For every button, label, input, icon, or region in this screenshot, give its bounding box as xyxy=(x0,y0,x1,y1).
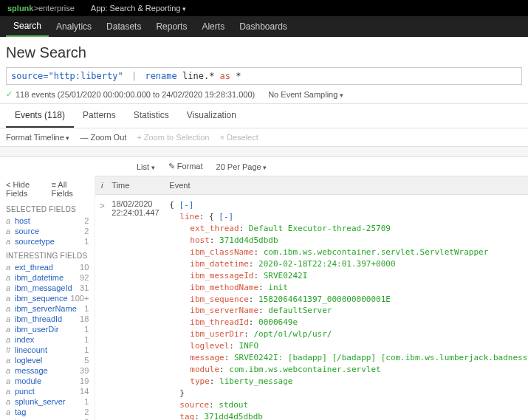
viztab-visualization[interactable]: Visualization xyxy=(178,104,245,128)
tab-analytics[interactable]: Analytics xyxy=(49,16,99,37)
kv-ibm_messageId: ibm_messageId: SRVE0242I xyxy=(169,270,528,282)
list-view-dropdown[interactable]: List xyxy=(137,162,155,171)
zoom-selection-button: + Zoom to Selection xyxy=(137,133,209,142)
tab-alerts[interactable]: Alerts xyxy=(194,16,232,37)
sampling-dropdown[interactable]: No Event Sampling xyxy=(268,90,343,99)
field-ibm_threadId[interactable]: aibm_threadId18 xyxy=(6,314,89,323)
deselect-button: × Deselect xyxy=(219,133,258,142)
field-ibm_serverName[interactable]: aibm_serverName1 xyxy=(6,304,89,313)
kv-ibm_threadId: ibm_threadId: 0000649e xyxy=(169,317,528,328)
field-punct[interactable]: apunct14 xyxy=(6,387,89,396)
kv-ext_thread: ext_thread: Default Executor-thread-2570… xyxy=(169,223,528,235)
list-toolbar: List ✎ Format 20 Per Page xyxy=(0,157,528,176)
col-time[interactable]: Time xyxy=(109,176,166,194)
event-row: > 18/02/2020 22:24:01.447 { [-] line: { … xyxy=(95,195,528,420)
event-body: { [-] line: { [-] ext_thread: Default Ex… xyxy=(166,199,528,420)
field-message[interactable]: amessage39 xyxy=(6,366,89,375)
event-count: 118 events (25/01/2020 00:00:00.000 to 2… xyxy=(16,90,255,99)
viz-tabs: Events (118) Patterns Statistics Visuali… xyxy=(0,104,528,128)
kv-module: module: com.ibm.ws.webcontainer.servlet xyxy=(169,364,528,376)
fields-sidebar: < Hide Fields ≡ All Fields SELECTED FIEL… xyxy=(0,176,95,420)
status-row: ✓ 118 events (25/01/2020 00:00:00.000 to… xyxy=(0,85,528,104)
events-panel: i Time Event > 18/02/2020 22:24:01.447 {… xyxy=(95,176,528,420)
interesting-fields-label: INTERESTING FIELDS xyxy=(6,252,89,260)
field-splunk_server[interactable]: asplunk_server1 xyxy=(6,397,89,406)
field-ibm_messageId[interactable]: aibm_messageId31 xyxy=(6,283,89,292)
per-page-dropdown[interactable]: 20 Per Page xyxy=(216,162,267,171)
collapse-toggle[interactable]: [-] xyxy=(179,200,194,210)
kv-message: message: SRVE0242I: [badapp] [/badapp] [… xyxy=(169,352,528,364)
viztab-patterns[interactable]: Patterns xyxy=(74,104,125,128)
kv-type: type: liberty_message xyxy=(169,376,528,388)
tab-dashboards[interactable]: Dashboards xyxy=(232,16,295,37)
all-fields-button[interactable]: ≡ All Fields xyxy=(51,180,89,198)
field-ibm_datetime[interactable]: aibm_datetime92 xyxy=(6,273,89,282)
field-source[interactable]: asource2 xyxy=(6,227,89,235)
field-ibm_sequence[interactable]: aibm_sequence100+ xyxy=(6,294,89,303)
brand: splunk>enterprise xyxy=(7,4,75,13)
field-ext_thread[interactable]: aext_thread10 xyxy=(6,263,89,272)
field-index[interactable]: aindex1 xyxy=(6,335,89,344)
expand-icon[interactable]: > xyxy=(95,199,109,420)
selected-fields-label: SELECTED FIELDS xyxy=(6,205,89,213)
check-icon: ✓ xyxy=(6,89,13,99)
tab-datasets[interactable]: Datasets xyxy=(99,16,148,37)
tab-reports[interactable]: Reports xyxy=(148,16,194,37)
timeline-chart[interactable] xyxy=(0,147,528,157)
field-host[interactable]: ahost2 xyxy=(6,216,89,225)
zoom-out-button[interactable]: — Zoom Out xyxy=(80,133,126,142)
format-timeline-button[interactable]: Format Timeline xyxy=(6,133,69,142)
viztab-statistics[interactable]: Statistics xyxy=(125,104,178,128)
format-button[interactable]: ✎ Format xyxy=(168,162,203,171)
field-ibm_userDir[interactable]: aibm_userDir1 xyxy=(6,325,89,334)
field-linecount[interactable]: #linecount1 xyxy=(6,345,89,354)
nav-tabs: Search Analytics Datasets Reports Alerts… xyxy=(0,16,528,37)
col-event: Event xyxy=(166,176,528,194)
kv-ibm_datetime: ibm_datetime: 2020-02-18T22:24:01.397+00… xyxy=(169,258,528,270)
col-info: i xyxy=(95,176,109,194)
kv-loglevel: loglevel: INFO xyxy=(169,340,528,352)
collapse-toggle[interactable]: [-] xyxy=(219,212,233,221)
app-selector[interactable]: App: Search & Reporting xyxy=(91,4,186,13)
field-module[interactable]: amodule19 xyxy=(6,376,89,385)
kv-ibm_sequence: ibm_sequence: 1582064641397_000000000001… xyxy=(169,294,528,306)
events-header: i Time Event xyxy=(95,176,528,195)
kv-ibm_className: ibm_className: com.ibm.ws.webcontainer.s… xyxy=(169,247,528,258)
hide-fields-button[interactable]: < Hide Fields xyxy=(6,180,51,198)
kv-ibm_serverName: ibm_serverName: defaultServer xyxy=(169,305,528,317)
kv-host: host: 371dd4d5dbdb xyxy=(169,235,528,247)
tab-search[interactable]: Search xyxy=(6,16,49,37)
topbar: splunk>enterprise App: Search & Reportin… xyxy=(0,0,528,16)
timeline-toolbar: Format Timeline — Zoom Out + Zoom to Sel… xyxy=(0,128,528,147)
viztab-events[interactable]: Events (118) xyxy=(6,104,74,128)
search-input[interactable]: source="http:liberty" | rename line.* as… xyxy=(6,67,522,85)
kv-ibm_userDir: ibm_userDir: /opt/ol/wlp/usr/ xyxy=(169,328,528,340)
field-sourcetype[interactable]: asourcetype1 xyxy=(6,237,89,246)
field-tag[interactable]: atag2 xyxy=(6,407,89,416)
page-title: New Search xyxy=(0,37,528,67)
event-time: 18/02/2020 22:24:01.447 xyxy=(109,199,166,420)
field-loglevel[interactable]: aloglevel5 xyxy=(6,356,89,365)
kv-ibm_methodName: ibm_methodName: init xyxy=(169,282,528,294)
